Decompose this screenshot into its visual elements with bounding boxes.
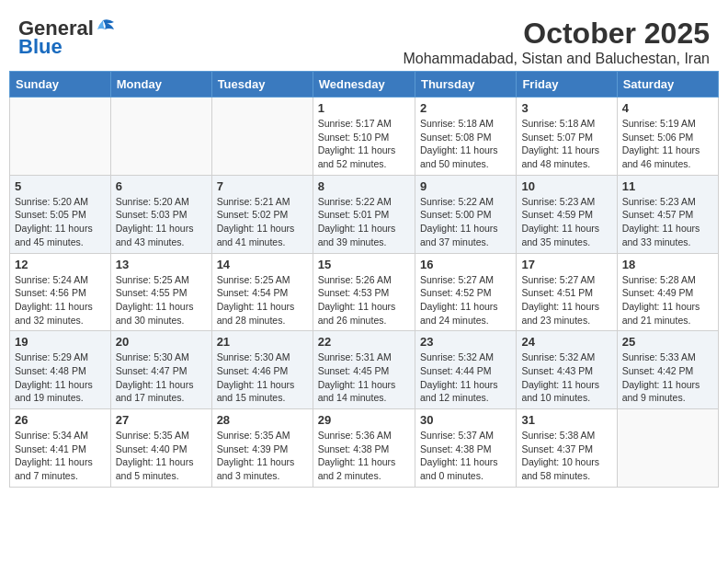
day-info-17: Sunrise: 5:27 AM Sunset: 4:51 PM Dayligh… bbox=[521, 273, 611, 327]
day-cell-28: 28Sunrise: 5:35 AM Sunset: 4:39 PM Dayli… bbox=[211, 409, 313, 488]
day-number-10: 10 bbox=[521, 179, 611, 193]
day-cell-31: 31Sunrise: 5:38 AM Sunset: 4:37 PM Dayli… bbox=[517, 409, 617, 488]
day-number-13: 13 bbox=[116, 258, 207, 271]
day-number-7: 7 bbox=[217, 179, 308, 193]
weekday-header-saturday: Saturday bbox=[617, 72, 718, 98]
weekday-header-tuesday: Tuesday bbox=[211, 72, 313, 98]
day-cell-9: 9Sunrise: 5:22 AM Sunset: 5:00 PM Daylig… bbox=[415, 175, 516, 253]
day-number-5: 5 bbox=[15, 179, 106, 193]
day-number-9: 9 bbox=[420, 179, 511, 193]
day-cell-14: 14Sunrise: 5:25 AM Sunset: 4:54 PM Dayli… bbox=[211, 253, 313, 331]
day-number-11: 11 bbox=[622, 179, 713, 193]
day-cell-20: 20Sunrise: 5:30 AM Sunset: 4:47 PM Dayli… bbox=[110, 331, 211, 409]
weekday-header-thursday: Thursday bbox=[415, 72, 516, 98]
logo-blue: Blue bbox=[18, 35, 63, 59]
day-cell-1: 1Sunrise: 5:17 AM Sunset: 5:10 PM Daylig… bbox=[313, 98, 415, 176]
day-number-2: 2 bbox=[420, 101, 511, 115]
day-cell-2: 2Sunrise: 5:18 AM Sunset: 5:08 PM Daylig… bbox=[415, 98, 516, 176]
day-info-25: Sunrise: 5:33 AM Sunset: 4:42 PM Dayligh… bbox=[622, 350, 713, 405]
day-cell-18: 18Sunrise: 5:28 AM Sunset: 4:49 PM Dayli… bbox=[617, 253, 718, 331]
title-section: October 2025 Mohammadabad, Sistan and Ba… bbox=[403, 17, 710, 67]
day-info-12: Sunrise: 5:24 AM Sunset: 4:56 PM Dayligh… bbox=[15, 273, 106, 327]
day-cell-8: 8Sunrise: 5:22 AM Sunset: 5:01 PM Daylig… bbox=[313, 175, 415, 253]
day-number-3: 3 bbox=[521, 101, 611, 115]
day-cell-4: 4Sunrise: 5:19 AM Sunset: 5:06 PM Daylig… bbox=[617, 98, 718, 176]
day-cell-16: 16Sunrise: 5:27 AM Sunset: 4:52 PM Dayli… bbox=[415, 253, 516, 331]
day-info-6: Sunrise: 5:20 AM Sunset: 5:03 PM Dayligh… bbox=[116, 195, 207, 249]
day-cell-10: 10Sunrise: 5:23 AM Sunset: 4:59 PM Dayli… bbox=[517, 175, 617, 253]
day-number-20: 20 bbox=[116, 335, 207, 349]
day-cell-6: 6Sunrise: 5:20 AM Sunset: 5:03 PM Daylig… bbox=[110, 175, 211, 253]
day-number-31: 31 bbox=[521, 413, 611, 427]
day-number-8: 8 bbox=[318, 179, 410, 193]
weekday-header-monday: Monday bbox=[110, 72, 211, 98]
day-number-14: 14 bbox=[217, 258, 308, 271]
empty-cell bbox=[211, 98, 313, 176]
day-cell-19: 19Sunrise: 5:29 AM Sunset: 4:48 PM Dayli… bbox=[10, 331, 111, 409]
week-row-3: 12Sunrise: 5:24 AM Sunset: 4:56 PM Dayli… bbox=[10, 253, 719, 331]
day-cell-15: 15Sunrise: 5:26 AM Sunset: 4:53 PM Dayli… bbox=[313, 253, 415, 331]
day-info-11: Sunrise: 5:23 AM Sunset: 4:57 PM Dayligh… bbox=[622, 195, 713, 249]
day-number-29: 29 bbox=[318, 413, 410, 427]
day-number-6: 6 bbox=[116, 179, 207, 193]
day-cell-25: 25Sunrise: 5:33 AM Sunset: 4:42 PM Dayli… bbox=[617, 331, 718, 409]
day-number-25: 25 bbox=[622, 335, 713, 349]
day-number-12: 12 bbox=[15, 258, 106, 271]
weekday-header-sunday: Sunday bbox=[10, 72, 111, 98]
day-number-28: 28 bbox=[217, 413, 308, 427]
day-cell-17: 17Sunrise: 5:27 AM Sunset: 4:51 PM Dayli… bbox=[517, 253, 617, 331]
day-info-30: Sunrise: 5:37 AM Sunset: 4:38 PM Dayligh… bbox=[420, 429, 511, 483]
day-number-30: 30 bbox=[420, 413, 511, 427]
empty-cell bbox=[10, 98, 111, 176]
week-row-2: 5Sunrise: 5:20 AM Sunset: 5:05 PM Daylig… bbox=[10, 175, 719, 253]
day-info-2: Sunrise: 5:18 AM Sunset: 5:08 PM Dayligh… bbox=[420, 117, 511, 171]
day-cell-7: 7Sunrise: 5:21 AM Sunset: 5:02 PM Daylig… bbox=[211, 175, 313, 253]
day-number-22: 22 bbox=[318, 335, 410, 349]
day-cell-12: 12Sunrise: 5:24 AM Sunset: 4:56 PM Dayli… bbox=[10, 253, 111, 331]
day-info-1: Sunrise: 5:17 AM Sunset: 5:10 PM Dayligh… bbox=[318, 117, 410, 171]
day-info-18: Sunrise: 5:28 AM Sunset: 4:49 PM Dayligh… bbox=[622, 273, 713, 327]
day-cell-21: 21Sunrise: 5:30 AM Sunset: 4:46 PM Dayli… bbox=[211, 331, 313, 409]
empty-cell bbox=[617, 409, 718, 488]
week-row-5: 26Sunrise: 5:34 AM Sunset: 4:41 PM Dayli… bbox=[10, 409, 719, 488]
day-info-20: Sunrise: 5:30 AM Sunset: 4:47 PM Dayligh… bbox=[116, 350, 207, 405]
day-info-19: Sunrise: 5:29 AM Sunset: 4:48 PM Dayligh… bbox=[15, 350, 106, 405]
day-info-14: Sunrise: 5:25 AM Sunset: 4:54 PM Dayligh… bbox=[217, 273, 308, 327]
page-header: General Blue October 2025 Mohammadabad, … bbox=[9, 9, 719, 67]
day-number-17: 17 bbox=[521, 258, 611, 271]
day-cell-13: 13Sunrise: 5:25 AM Sunset: 4:55 PM Dayli… bbox=[110, 253, 211, 331]
day-info-31: Sunrise: 5:38 AM Sunset: 4:37 PM Dayligh… bbox=[521, 429, 611, 483]
day-cell-26: 26Sunrise: 5:34 AM Sunset: 4:41 PM Dayli… bbox=[10, 409, 111, 488]
day-info-15: Sunrise: 5:26 AM Sunset: 4:53 PM Dayligh… bbox=[318, 273, 410, 327]
day-number-26: 26 bbox=[15, 413, 106, 427]
day-info-28: Sunrise: 5:35 AM Sunset: 4:39 PM Dayligh… bbox=[217, 429, 308, 483]
day-number-15: 15 bbox=[318, 258, 410, 271]
day-info-21: Sunrise: 5:30 AM Sunset: 4:46 PM Dayligh… bbox=[217, 350, 308, 405]
week-row-1: 1Sunrise: 5:17 AM Sunset: 5:10 PM Daylig… bbox=[10, 98, 719, 176]
weekday-header-friday: Friday bbox=[517, 72, 617, 98]
day-info-22: Sunrise: 5:31 AM Sunset: 4:45 PM Dayligh… bbox=[318, 350, 410, 405]
day-number-24: 24 bbox=[521, 335, 611, 349]
day-info-26: Sunrise: 5:34 AM Sunset: 4:41 PM Dayligh… bbox=[15, 429, 106, 483]
weekday-header-wednesday: Wednesday bbox=[313, 72, 415, 98]
day-info-16: Sunrise: 5:27 AM Sunset: 4:52 PM Dayligh… bbox=[420, 273, 511, 327]
location-subtitle: Mohammadabad, Sistan and Baluchestan, Ir… bbox=[403, 51, 710, 67]
calendar-table: SundayMondayTuesdayWednesdayThursdayFrid… bbox=[9, 71, 719, 488]
day-info-13: Sunrise: 5:25 AM Sunset: 4:55 PM Dayligh… bbox=[116, 273, 207, 327]
day-info-5: Sunrise: 5:20 AM Sunset: 5:05 PM Dayligh… bbox=[15, 195, 106, 249]
day-cell-24: 24Sunrise: 5:32 AM Sunset: 4:43 PM Dayli… bbox=[517, 331, 617, 409]
day-info-7: Sunrise: 5:21 AM Sunset: 5:02 PM Dayligh… bbox=[217, 195, 308, 249]
empty-cell bbox=[110, 98, 211, 176]
day-cell-29: 29Sunrise: 5:36 AM Sunset: 4:38 PM Dayli… bbox=[313, 409, 415, 488]
logo-bird-icon bbox=[96, 18, 116, 35]
day-info-29: Sunrise: 5:36 AM Sunset: 4:38 PM Dayligh… bbox=[318, 429, 410, 483]
day-number-21: 21 bbox=[217, 335, 308, 349]
day-cell-5: 5Sunrise: 5:20 AM Sunset: 5:05 PM Daylig… bbox=[10, 175, 111, 253]
day-info-9: Sunrise: 5:22 AM Sunset: 5:00 PM Dayligh… bbox=[420, 195, 511, 249]
week-row-4: 19Sunrise: 5:29 AM Sunset: 4:48 PM Dayli… bbox=[10, 331, 719, 409]
day-info-24: Sunrise: 5:32 AM Sunset: 4:43 PM Dayligh… bbox=[521, 350, 611, 405]
day-info-8: Sunrise: 5:22 AM Sunset: 5:01 PM Dayligh… bbox=[318, 195, 410, 249]
day-number-18: 18 bbox=[622, 258, 713, 271]
day-number-16: 16 bbox=[420, 258, 511, 271]
day-number-19: 19 bbox=[15, 335, 106, 349]
